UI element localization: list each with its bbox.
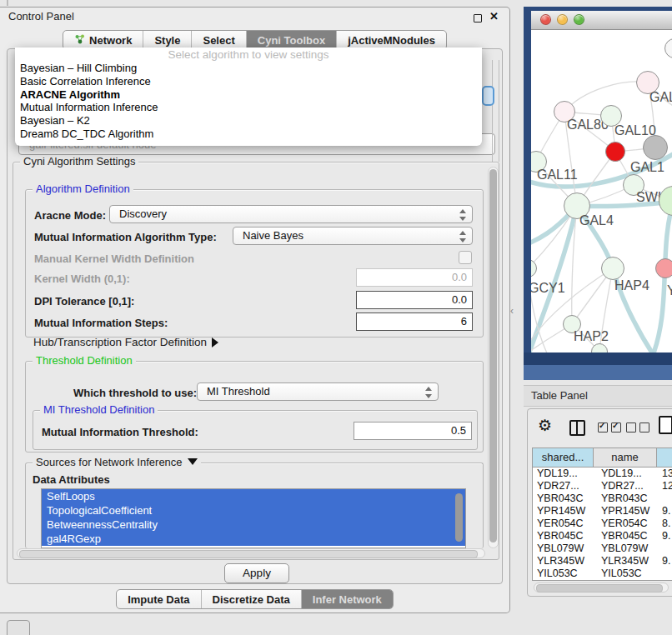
kernel-width-field[interactable]: 0.0 <box>356 268 473 287</box>
dropdown-item-basic-correlation-inference[interactable]: Basic Correlation Inference <box>15 75 482 88</box>
dpi-tolerance-field[interactable]: 0.0 <box>356 291 473 309</box>
table-row[interactable]: YIL053CYIL053C <box>533 568 672 580</box>
hub-definition-expander[interactable]: Hub/Transcription Factor Definition <box>33 336 218 348</box>
column-header-3[interactable] <box>657 448 672 467</box>
mi-algorithm-type-combobox[interactable]: Naive Bayes <box>233 227 473 245</box>
table-row[interactable]: YLR345WYLR345W9. <box>533 555 672 568</box>
node-salmon[interactable] <box>655 258 672 278</box>
network-window-frame-bottom-dark <box>524 352 672 365</box>
tab-select[interactable]: Select <box>191 31 245 49</box>
checked-pair-icon[interactable] <box>598 422 621 432</box>
tab-cyni-toolbox[interactable]: Cyni Toolbox <box>246 31 336 49</box>
apply-button[interactable]: Apply <box>224 563 289 583</box>
settings-horizontal-scrollbar[interactable] <box>17 548 485 558</box>
bottom-tab-impute-data[interactable]: Impute Data <box>117 590 200 608</box>
table-cell: YDR27... <box>533 480 594 492</box>
unchecked-pair-icon[interactable] <box>626 422 649 432</box>
attribute-item-topologicalcoefficient[interactable]: TopologicalCoefficient <box>42 503 465 518</box>
node-hap4-label: HAP4 <box>614 278 649 293</box>
table-cell: YBR043C <box>533 492 594 505</box>
network-view-window: GALGAL80GAL10GAL1GAL11SWI4GAL4GCY1HAP4YH… <box>524 7 672 380</box>
table-cell: YBL079W <box>533 542 594 555</box>
algorithm-definition-group: Algorithm Definition Aracne Mode: Discov… <box>25 189 484 338</box>
manual-kernel-checkbox[interactable] <box>459 251 472 264</box>
dropdown-item-mutual-information-inference[interactable]: Mutual Information Inference <box>15 101 482 114</box>
focused-stepper-icon[interactable] <box>482 86 494 106</box>
tab-label: Style <box>154 34 180 47</box>
dropdown-item-bayesian-k2[interactable]: Bayesian – K2 <box>15 114 482 128</box>
node-gray[interactable] <box>643 135 668 160</box>
table-cell: YBR045C <box>533 530 594 542</box>
aracne-mode-combobox[interactable]: Discovery <box>109 205 473 223</box>
dropdown-item-dream8-dc-tdc-algorithm[interactable]: Dream8 DC_TDC Algorithm <box>15 128 482 141</box>
bottom-tab-discretize-data[interactable]: Discretize Data <box>201 590 301 608</box>
tab-network[interactable]: Network <box>63 31 143 49</box>
node-gal1-label: GAL1 <box>630 160 664 175</box>
node-salmon-label: Y <box>667 283 672 298</box>
node-hap2-label: HAP2 <box>574 329 609 344</box>
table-row[interactable]: YBR045CYBR045C9. <box>533 530 672 542</box>
table-row[interactable]: YBL079WYBL079W <box>533 542 672 555</box>
mi-threshold-field[interactable]: 0.5 <box>354 422 472 440</box>
network-window-titlebar[interactable] <box>531 11 672 30</box>
sources-group-title[interactable]: Sources for Network Inference <box>33 456 201 468</box>
table-cell: 9. <box>657 530 672 542</box>
dropdown-item-bayesian-hill-climbing[interactable]: Bayesian – Hill Climbing <box>15 62 482 75</box>
network-icon <box>74 33 85 47</box>
node-gal11-label: GAL11 <box>537 168 578 182</box>
table-row[interactable]: YPR145WYPR145W9. <box>533 505 672 518</box>
table-cell: YDL19... <box>533 468 594 480</box>
tab-style[interactable]: Style <box>143 31 191 49</box>
stepper-icon <box>459 231 467 242</box>
node-table: shared...name YDL19...YDL19...13YDR27...… <box>532 448 672 581</box>
close-traffic-light[interactable] <box>540 14 551 25</box>
settings-vertical-scrollbar[interactable] <box>488 167 499 548</box>
which-threshold-label: Which threshold to use: <box>73 387 197 399</box>
attribute-item-selfloops[interactable]: SelfLoops <box>42 489 465 503</box>
table-row[interactable]: YDL19...YDL19...13 <box>533 468 672 480</box>
float-panel-icon[interactable] <box>474 14 482 22</box>
node-hap4[interactable] <box>601 257 624 280</box>
data-attributes-list[interactable]: SelfLoopsTopologicalCoefficientBetweenne… <box>41 488 466 548</box>
close-panel-icon[interactable]: ✕ <box>489 10 499 22</box>
table-cell: 12 <box>657 480 672 492</box>
kernel-width-label: Kernel Width (0,1): <box>34 272 130 285</box>
table-row[interactable]: YDR27...YDR27...12 <box>533 480 672 492</box>
table-cell <box>657 568 672 580</box>
attribute-item-betweennesscentrality[interactable]: BetweennessCentrality <box>42 518 465 532</box>
zoom-traffic-light[interactable] <box>574 14 584 25</box>
collapsed-panel-button[interactable] <box>7 620 30 635</box>
tab-label: jActiveMNodules <box>348 34 435 47</box>
table-cell: YDL19... <box>594 468 657 480</box>
document-icon[interactable] <box>659 416 672 434</box>
tab-jactivemnodules[interactable]: jActiveMNodules <box>336 31 446 49</box>
column-header-shared[interactable]: shared... <box>533 448 594 467</box>
attribute-item-gal4rgexp[interactable]: gal4RGexp <box>42 532 465 546</box>
table-cell: YIL053C <box>533 568 594 580</box>
table-cell: 8. <box>657 518 672 530</box>
mi-steps-field[interactable]: 6 <box>356 312 473 331</box>
columns-icon[interactable] <box>569 420 585 436</box>
aracne-mode-label: Aracne Mode: <box>34 209 106 222</box>
node-gal-pink-label: GAL <box>649 90 672 105</box>
gear-icon[interactable]: ⚙ <box>538 416 552 435</box>
algorithm-dropdown[interactable]: Select algorithm to view settings Bayesi… <box>15 48 482 146</box>
node-gal1[interactable] <box>605 142 625 162</box>
panel-collapse-arrow[interactable]: ‹ <box>510 305 514 317</box>
minimize-traffic-light[interactable] <box>557 14 568 25</box>
manual-kernel-label: Manual Kernel Width Definition <box>34 252 194 265</box>
bottom-tab-infer-network[interactable]: Infer Network <box>301 590 393 608</box>
tab-label: Cyni Toolbox <box>258 34 325 47</box>
mi-threshold-definition-group: MI Threshold Definition Mutual Informati… <box>33 410 478 450</box>
table-cell <box>657 492 672 505</box>
bottom-tabbar: Impute DataDiscretize DataInfer Network <box>0 589 509 609</box>
column-header-name[interactable]: name <box>594 448 657 467</box>
table-row[interactable]: YBR043CYBR043C <box>533 492 672 505</box>
table-cell: YER054C <box>533 518 594 530</box>
network-canvas[interactable]: GALGAL80GAL10GAL1GAL11SWI4GAL4GCY1HAP4YH… <box>531 30 672 352</box>
which-threshold-combobox[interactable]: MI Threshold <box>197 382 439 401</box>
table-horizontal-scrollbar[interactable] <box>534 582 669 592</box>
table-row[interactable]: YER054CYER054C8. <box>533 518 672 530</box>
dropdown-item-aracne-algorithm[interactable]: ARACNE Algorithm <box>15 88 482 102</box>
attributes-scrollbar[interactable] <box>454 492 464 545</box>
